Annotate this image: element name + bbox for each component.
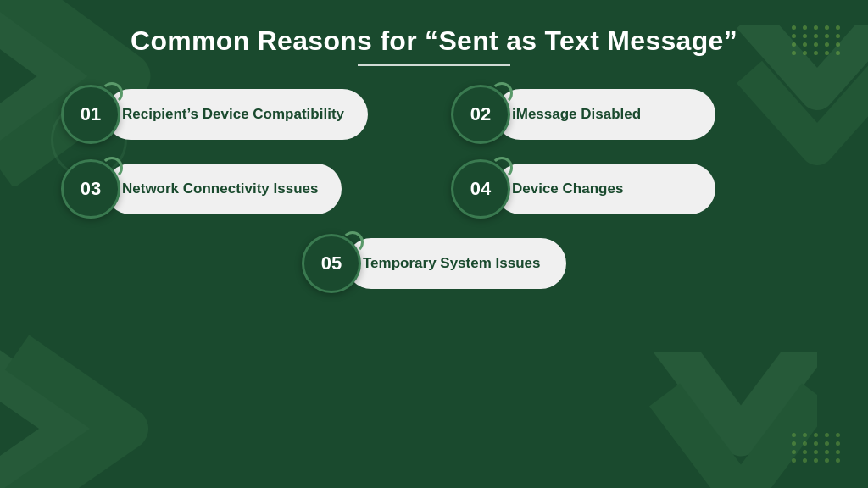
pill-03-label: Network Connectivity Issues <box>122 180 318 197</box>
badge-04: 04 <box>451 159 510 219</box>
badge-05: 05 <box>302 234 361 293</box>
reason-item-04: 04 Device Changes <box>451 159 807 219</box>
pill-05: Temporary System Issues <box>346 238 566 289</box>
pill-04: Device Changes <box>495 164 715 214</box>
pill-03: Network Connectivity Issues <box>105 164 342 214</box>
badge-02-number: 02 <box>470 103 491 125</box>
reasons-grid: 01 Recipient’s Device Compatibility 02 i… <box>61 85 807 293</box>
page-title: Common Reasons for “Sent as Text Message… <box>131 24 737 58</box>
reason-item-01: 01 Recipient’s Device Compatibility <box>61 85 417 144</box>
badge-01-number: 01 <box>81 103 101 125</box>
pill-02: iMessage Disabled <box>495 89 715 140</box>
main-content: Common Reasons for “Sent as Text Message… <box>0 0 868 488</box>
badge-05-number: 05 <box>321 252 342 274</box>
pill-02-label: iMessage Disabled <box>512 106 641 123</box>
reason-item-03: 03 Network Connectivity Issues <box>61 159 417 219</box>
badge-01: 01 <box>61 85 120 144</box>
title-divider <box>358 64 510 66</box>
pill-05-label: Temporary System Issues <box>363 255 540 272</box>
pill-01-label: Recipient’s Device Compatibility <box>122 106 344 123</box>
badge-03-number: 03 <box>81 178 101 200</box>
badge-03: 03 <box>61 159 120 219</box>
reason-item-02: 02 iMessage Disabled <box>451 85 807 144</box>
badge-04-number: 04 <box>470 178 491 200</box>
reason-item-05: 05 Temporary System Issues <box>61 234 807 293</box>
pill-01: Recipient’s Device Compatibility <box>105 89 368 140</box>
pill-04-label: Device Changes <box>512 180 623 197</box>
badge-02: 02 <box>451 85 510 144</box>
